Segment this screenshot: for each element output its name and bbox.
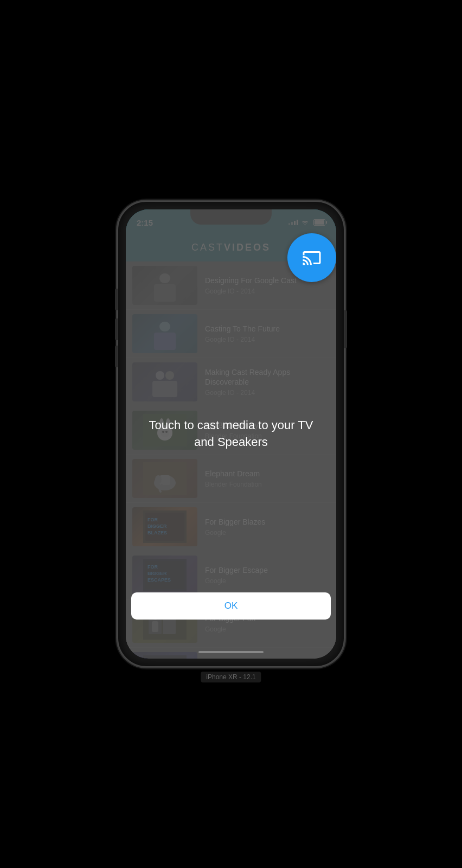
device-label: iPhone XR - 12.1 [201, 672, 261, 682]
phone-screen: 2:15 CASTVIDEOS [126, 209, 336, 659]
ok-button[interactable]: OK [131, 592, 331, 620]
home-indicator [198, 651, 264, 653]
cast-icon [302, 248, 322, 267]
cast-tooltip-text: Touch to cast media to your TV and Speak… [126, 417, 336, 451]
phone-frame: 2:15 CASTVIDEOS [117, 201, 345, 667]
ok-button-container: OK [126, 592, 336, 620]
cast-button[interactable] [287, 233, 336, 282]
